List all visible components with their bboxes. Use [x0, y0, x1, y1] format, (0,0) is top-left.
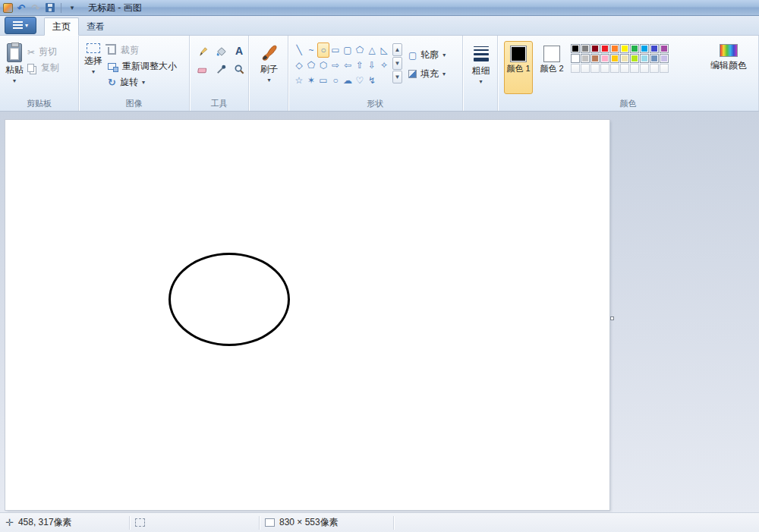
paste-icon	[7, 43, 22, 62]
fill-dropdown[interactable]: 填充 ▾	[408, 66, 446, 82]
undo-button[interactable]: ↶	[15, 2, 27, 14]
shapes-scroll-up-button[interactable]: ▲	[392, 43, 402, 56]
file-menu-button[interactable]: ▾	[5, 17, 36, 34]
shape-star-5[interactable]: ☆	[293, 73, 305, 88]
group-shapes: ╲~○▭▢⬠△◺◇⬠⬡⇨⇦⇧⇩✧☆✶▭○☁♡↯ ▲ ▼ ▼ ▢ 轮廓 ▾ 填充 …	[288, 36, 463, 111]
select-icon	[87, 43, 100, 53]
palette-swatch-7092be[interactable]	[650, 54, 659, 63]
crop-button[interactable]: 裁剪	[108, 42, 177, 58]
selection-size-icon	[135, 518, 145, 527]
select-button[interactable]: 选择 ▾	[83, 39, 103, 99]
undo-icon: ↶	[17, 3, 26, 13]
copy-button[interactable]: 复制	[27, 60, 59, 76]
color1-button[interactable]: 颜色 1	[504, 41, 533, 94]
palette-swatch-ffffff[interactable]	[571, 54, 580, 63]
tab-view[interactable]: 查看	[79, 18, 112, 35]
shape-callout-rounded[interactable]: ▭	[317, 73, 329, 88]
palette-swatch-00a2e8[interactable]	[640, 44, 649, 53]
color2-button[interactable]: 颜色 2	[537, 41, 566, 94]
canvas-resize-handle-right[interactable]	[610, 316, 614, 320]
drawing-canvas[interactable]	[5, 120, 609, 510]
shapes-scroll-down-button[interactable]: ▼	[392, 57, 402, 70]
edit-colors-icon	[720, 44, 738, 57]
group-label-clipboard: 剪贴板	[0, 98, 78, 109]
shape-diamond[interactable]: ◇	[293, 58, 305, 73]
shape-lightning[interactable]: ↯	[366, 73, 378, 88]
shape-polygon[interactable]: ⬠	[354, 42, 366, 58]
pencil-tool-button[interactable]	[194, 42, 211, 59]
shape-arrow-up[interactable]: ⇧	[354, 58, 366, 73]
palette-swatch-empty	[640, 64, 649, 73]
size-label: 粗细	[472, 65, 490, 77]
shape-right-triangle[interactable]: ◺	[378, 42, 390, 58]
palette-swatch-ff7f27[interactable]	[610, 44, 619, 53]
customize-quick-access-button[interactable]: ▾	[66, 2, 78, 14]
outline-dropdown[interactable]: ▢ 轮廓 ▾	[408, 47, 446, 63]
shape-heart[interactable]: ♡	[354, 73, 366, 88]
shape-callout-cloud[interactable]: ☁	[342, 73, 354, 88]
cursor-position-icon: ✛	[5, 517, 14, 528]
palette-swatch-c8bfe7[interactable]	[660, 54, 669, 63]
shape-line[interactable]: ╲	[293, 42, 305, 58]
tab-home[interactable]: 主页	[44, 17, 79, 36]
palette-swatch-22b14c[interactable]	[630, 44, 639, 53]
palette-swatch-empty	[620, 64, 629, 73]
palette-swatch-99d9ea[interactable]	[640, 54, 649, 63]
palette-swatch-fff200[interactable]	[620, 44, 629, 53]
edit-colors-button[interactable]: 编辑颜色	[708, 39, 749, 99]
shape-pentagon[interactable]: ⬠	[305, 58, 317, 73]
shape-arrow-right[interactable]: ⇨	[329, 58, 342, 73]
palette-swatch-3f48cc[interactable]	[650, 44, 659, 53]
palette-swatch-c3c3c3[interactable]	[581, 54, 590, 63]
palette-swatch-ffaec9[interactable]	[600, 54, 609, 63]
shape-star-4[interactable]: ✧	[378, 58, 390, 73]
eraser-icon	[197, 64, 209, 75]
shape-rounded-rectangle[interactable]: ▢	[342, 42, 354, 58]
shape-star-6[interactable]: ✶	[305, 73, 317, 88]
fill-tool-button[interactable]	[213, 42, 229, 59]
shapes-more-button[interactable]: ▼	[392, 71, 402, 83]
select-label: 选择	[84, 55, 102, 68]
shape-triangle[interactable]: △	[366, 42, 378, 58]
palette-swatch-ffc90e[interactable]	[610, 54, 619, 63]
shape-curve[interactable]: ~	[305, 42, 317, 58]
shape-rectangle[interactable]: ▭	[329, 42, 342, 58]
paste-button[interactable]: 粘贴 ▾	[5, 39, 24, 99]
shape-arrow-down[interactable]: ⇩	[366, 58, 378, 73]
rotate-button[interactable]: ↻ 旋转 ▾	[108, 74, 177, 90]
text-tool-button[interactable]: A	[231, 42, 247, 59]
chevron-down-icon: ▾	[442, 71, 446, 77]
palette-swatch-000000[interactable]	[571, 44, 580, 53]
palette-swatch-880015[interactable]	[591, 44, 600, 53]
brushes-button[interactable]: 刷子 ▾	[260, 39, 279, 99]
resize-button[interactable]: 重新调整大小	[108, 58, 177, 74]
shape-hexagon[interactable]: ⬡	[317, 58, 329, 73]
cut-button[interactable]: ✂ 剪切	[27, 44, 59, 60]
palette-swatch-ed1c24[interactable]	[600, 44, 609, 53]
palette-swatch-7f7f7f[interactable]	[581, 44, 590, 53]
shape-arrow-left[interactable]: ⇦	[342, 58, 354, 73]
redo-button[interactable]: ↷	[30, 2, 42, 14]
color2-swatch	[543, 46, 560, 62]
color1-label: 颜色 1	[506, 64, 531, 74]
palette-swatch-empty	[591, 64, 600, 73]
shape-oval[interactable]: ○	[317, 42, 329, 58]
magnifier-tool-button[interactable]	[231, 61, 247, 77]
palette-swatch-a349a4[interactable]	[660, 44, 669, 53]
rotate-label: 旋转	[120, 76, 138, 89]
palette-swatch-b97a57[interactable]	[591, 54, 600, 63]
eraser-tool-button[interactable]	[194, 61, 211, 77]
save-button[interactable]	[44, 2, 56, 14]
palette-swatch-efe4b0[interactable]	[620, 54, 629, 63]
status-bar: ✛ 458, 317像素 830 × 553像素	[0, 512, 759, 532]
group-tools: A 工具	[190, 36, 249, 111]
color-picker-tool-button[interactable]	[213, 61, 229, 77]
color1-swatch	[510, 46, 527, 62]
crop-icon	[108, 47, 115, 55]
size-button[interactable]: 粗细 ▾	[471, 39, 491, 99]
palette-swatch-empty	[630, 64, 639, 73]
palette-swatch-b5e61d[interactable]	[630, 54, 639, 63]
shapes-grid: ╲~○▭▢⬠△◺◇⬠⬡⇨⇦⇧⇩✧☆✶▭○☁♡↯	[293, 42, 390, 99]
palette-swatch-empty	[600, 64, 609, 73]
shape-callout-oval[interactable]: ○	[329, 73, 342, 88]
